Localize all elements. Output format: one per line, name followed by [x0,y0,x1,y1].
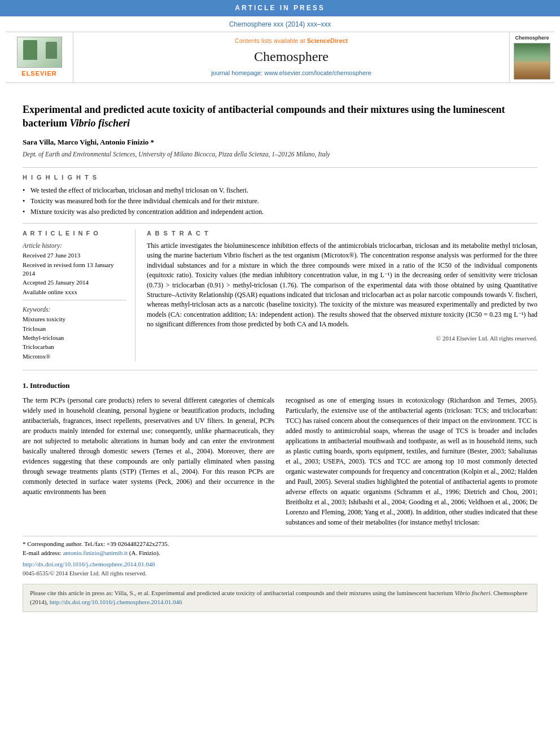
homepage-url[interactable]: www.elsevier.com/locate/chemosphere [264,69,371,76]
elsevier-brand: ELSEVIER [21,69,56,78]
revised-date: Received in revised form 13 January 2014 [23,261,126,278]
keyword-2: Triclosan [23,325,126,333]
received-date: Received 27 June 2013 [23,251,126,260]
history-label: Article history: [23,241,126,250]
article-info-panel: A R T I C L E I N F O Article history: R… [23,229,135,361]
keywords-label: Keywords: [23,305,126,314]
keyword-1: Mixtures toxicity [23,315,126,324]
doi-link[interactable]: http://dx.doi.org/10.1016/j.chemosphere.… [23,560,537,569]
highlight-item-1: We tested the effect of triclocarban, tr… [23,185,537,196]
corresponding-author: * Corresponding author. Tel./fax: +39 02… [23,540,537,548]
article-in-press-banner: ARTICLE IN PRESS [0,0,560,16]
authors: Sara Villa, Marco Vighi, Antonio Finizio… [23,137,537,147]
abstract-copyright: © 2014 Elsevier Ltd. All rights reserved… [147,334,537,343]
chemosphere-logo-area: Chemosphere [509,32,554,82]
introduction-columns: The term PCPs (personal care products) r… [23,395,537,527]
accepted-date: Accepted 25 January 2014 [23,278,126,287]
footer-citation-box: Please cite this article in press as: Vi… [23,584,537,612]
divider-1 [23,167,537,168]
intro-col-left: The term PCPs (personal care products) r… [23,395,274,527]
article-info-label: A R T I C L E I N F O [23,229,126,238]
sciencedirect-name: ScienceDirect [307,37,348,44]
intro-col-right: recognised as one of emerging issues in … [286,395,537,527]
info-divider [23,300,126,300]
journal-header: ELSEVIER Contents lists available at Sci… [6,32,554,83]
abstract-panel: A B S T R A C T This article investigate… [147,229,537,361]
divider-2 [23,223,537,224]
elsevier-logo-image [17,37,62,68]
highlights-label: H I G H L I G H T S [23,173,537,182]
highlight-item-2: Toxicity was measured both for the three… [23,196,537,207]
highlights-list: We tested the effect of triclocarban, tr… [23,185,537,217]
main-content: Experimental and predicted acute toxicit… [0,83,560,621]
affiliation: Dept. of Earth and Environmental Science… [23,150,537,159]
journal-homepage: journal homepage: www.elsevier.com/locat… [211,69,371,77]
available-online: Available online xxxx [23,288,126,296]
abstract-label: A B S T R A C T [147,229,537,238]
elsevier-logo-area: ELSEVIER [6,32,73,82]
intro-col-left-text: The term PCPs (personal care products) r… [23,395,274,497]
sciencedirect-prefix: Contents lists available at [235,37,307,44]
sciencedirect-link[interactable]: Contents lists available at ScienceDirec… [235,37,348,45]
introduction-heading: 1. Introduction [23,381,537,391]
journal-header-center: Contents lists available at ScienceDirec… [73,32,509,82]
highlight-item-3: Mixture toxicity was also predicted by c… [23,207,537,217]
intro-col-right-text: recognised as one of emerging issues in … [286,395,537,527]
email-link[interactable]: antonio.finizio@unimib.it [63,549,128,556]
keyword-4: Triclocarban [23,343,126,351]
introduction-section: 1. Introduction The term PCPs (personal … [23,381,537,527]
footnote-area: * Corresponding author. Tel./fax: +39 02… [23,536,537,578]
journal-title: Chemosphere [254,47,329,67]
divider-3 [23,370,537,370]
article-title: Experimental and predicted acute toxicit… [23,103,537,130]
issn-copyright: 0045-6535/© 2014 Elsevier Ltd. All right… [23,570,537,578]
info-abstract-row: A R T I C L E I N F O Article history: R… [23,229,537,361]
footer-doi-link[interactable]: http://dx.doi.org/10.1016/j.chemosphere.… [50,599,182,605]
chemosphere-cover-image [514,43,550,80]
abstract-text: This article investigates the biolumines… [147,241,537,330]
journal-reference: Chemosphere xxx (2014) xxx–xxx [0,16,560,32]
chemosphere-mini-label: Chemosphere [515,34,549,42]
keyword-5: Microtox® [23,352,126,361]
keyword-3: Methyl-triclosan [23,334,126,342]
email-line: E-mail address: antonio.finizio@unimib.i… [23,549,537,557]
